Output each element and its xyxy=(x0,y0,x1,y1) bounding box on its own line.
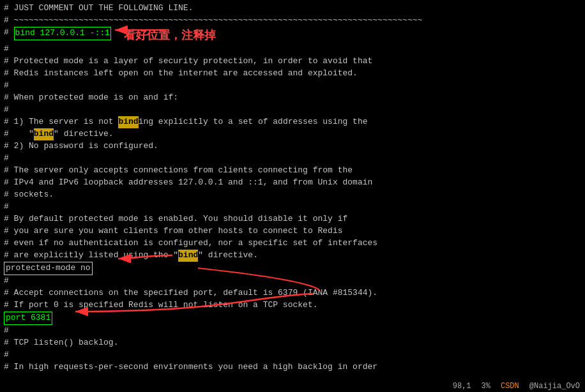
username: @Naijia_OvO xyxy=(529,382,580,391)
code-line-12: # 2) No password is configured. xyxy=(4,140,581,153)
code-line-6: # Redis instances left open on the inter… xyxy=(4,68,581,80)
code-line-22: protected-mode no xyxy=(4,262,581,275)
comment-text: # xyxy=(4,325,9,337)
comment-text: # JUST COMMENT OUT THE FOLLOWING LINE. xyxy=(4,3,193,15)
code-line-7: # xyxy=(4,80,581,92)
code-line-27: # xyxy=(4,325,581,337)
code-line-28: # TCP listen() backlog. xyxy=(4,337,581,349)
code-line-1: # JUST COMMENT OUT THE FOLLOWING LINE. xyxy=(4,3,581,15)
comment-text: # In high requests-per-second environmen… xyxy=(4,361,377,373)
comment-text: # IPv4 and IPv6 loopback addresses 127.0… xyxy=(4,177,372,189)
comment-text: # 2) No password is configured. xyxy=(4,140,158,153)
comment-text: # xyxy=(4,153,9,165)
code-line-18: # By default protected mode is enabled. … xyxy=(4,213,581,225)
code-line-8: # When protected mode is on and if: xyxy=(4,92,581,104)
comment-text: # TCP listen() backlog. xyxy=(4,337,118,349)
comment-text: # xyxy=(4,104,9,116)
bind-highlight: bind xyxy=(178,250,198,262)
code-line-16: # sockets. xyxy=(4,189,581,201)
code-line-11: # "bind" directive. xyxy=(4,128,581,140)
comment-text: # xyxy=(4,201,9,213)
code-line-9: # xyxy=(4,104,581,116)
code-line-30: # In high requests-per-second environmen… xyxy=(4,361,581,373)
code-line-14: # The server only accepts connections fr… xyxy=(4,165,581,177)
editor: # JUST COMMENT OUT THE FOLLOWING LINE.# … xyxy=(0,0,585,376)
code-line-5: # Protected mode is a layer of security … xyxy=(4,56,581,68)
comment-text: # The server only accepts connections fr… xyxy=(4,165,353,177)
code-line-20: # even if no authentication is configure… xyxy=(4,237,581,250)
bind-highlight: bind xyxy=(34,128,54,140)
comment-text: # xyxy=(4,43,9,56)
bind-highlight: bind xyxy=(118,116,138,128)
code-line-24: # Accept connections on the specified po… xyxy=(4,287,581,299)
code-line-2: # ~~~~~~~~~~~~~~~~~~~~~~~~~~~~~~~~~~~~~~… xyxy=(4,15,581,27)
code-line-17: # xyxy=(4,201,581,213)
comment-text: # are explicitly listed using the " xyxy=(4,250,178,262)
code-line-26: port 6381 xyxy=(4,312,581,325)
code-line-13: # xyxy=(4,153,581,165)
comment-text: # ~~~~~~~~~~~~~~~~~~~~~~~~~~~~~~~~~~~~~~… xyxy=(4,15,422,27)
scroll-percent: 3% xyxy=(482,382,490,391)
protected-mode-box: protected-mode no xyxy=(4,262,93,275)
code-line-23: # xyxy=(4,275,581,287)
status-bar: 98,1 3% CSDN @Naijia_OvO xyxy=(448,381,585,392)
comment-text: # xyxy=(4,349,9,361)
code-line-29: # xyxy=(4,349,581,361)
comment-text: ing explicitly to a set of addresses usi… xyxy=(139,116,368,128)
comment-text: # If port 0 is specified Redis will not … xyxy=(4,299,317,312)
comment-text: # xyxy=(4,80,9,92)
comment-text: # xyxy=(4,275,9,287)
csdn-label: CSDN xyxy=(501,382,519,391)
comment-text: # you are sure you want clients from oth… xyxy=(4,225,343,237)
port-box: port 6381 xyxy=(4,312,52,325)
chinese-annotation: 看好位置，注释掉 xyxy=(124,27,216,43)
code-line-19: # you are sure you want clients from oth… xyxy=(4,225,581,237)
code-line-15: # IPv4 and IPv6 loopback addresses 127.0… xyxy=(4,177,581,189)
comment-text: # " xyxy=(4,128,34,140)
comment-text: # When protected mode is on and if: xyxy=(4,92,178,104)
code-line-4: # xyxy=(4,43,581,56)
code-line-3: # bind 127.0.0.1 -::1看好位置，注释掉 xyxy=(4,27,581,43)
comment-text: # Redis instances left open on the inter… xyxy=(4,68,358,80)
code-line-10: # 1) The server is not binding explicitl… xyxy=(4,116,581,128)
comment-text: # even if no authentication is configure… xyxy=(4,237,377,250)
comment-text: " directive. xyxy=(198,250,258,262)
bind-box: bind 127.0.0.1 -::1 xyxy=(14,27,111,40)
code-line-25: # If port 0 is specified Redis will not … xyxy=(4,299,581,312)
comment-text: # 1) The server is not xyxy=(4,116,118,128)
cursor-position: 98,1 xyxy=(453,382,471,391)
code-line-21: # are explicitly listed using the "bind"… xyxy=(4,250,581,262)
comment-text: # By default protected mode is enabled. … xyxy=(4,213,347,225)
comment-text: " directive. xyxy=(54,128,114,140)
comment-text: # sockets. xyxy=(4,189,54,201)
comment-text: # Accept connections on the specified po… xyxy=(4,287,377,299)
comment-text: # Protected mode is a layer of security … xyxy=(4,56,372,68)
line-prefix: # xyxy=(4,27,14,39)
